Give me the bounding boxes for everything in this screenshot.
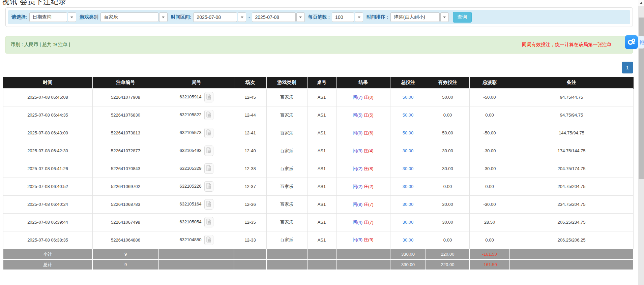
date-to-value[interactable]: 2025-07-08 bbox=[252, 12, 296, 22]
query-type-caret-button[interactable] bbox=[68, 12, 76, 22]
total-bet-cell[interactable]: 50.00 bbox=[390, 106, 426, 124]
total-bet-cell[interactable]: 30.00 bbox=[390, 195, 426, 213]
time-cell: 2025-07-08 06:41:26 bbox=[3, 160, 92, 178]
per-page-caret-button[interactable] bbox=[355, 12, 363, 22]
round-number: 632105822 bbox=[179, 112, 201, 117]
date-from-value[interactable]: 2025-07-08 bbox=[193, 12, 237, 22]
game-type-cell: 百家乐 bbox=[266, 124, 307, 142]
video-replay-button[interactable] bbox=[204, 163, 213, 174]
date-to-select[interactable]: 2025-07-08 bbox=[252, 12, 305, 22]
total-bet-link[interactable]: 30.00 bbox=[403, 238, 414, 243]
video-replay-button[interactable] bbox=[204, 128, 213, 138]
search-button[interactable]: 查询 bbox=[453, 12, 472, 23]
video-replay-button[interactable] bbox=[204, 181, 213, 192]
video-file-icon bbox=[206, 147, 211, 154]
round-number: 632104880 bbox=[179, 237, 201, 242]
banker-result: 庄(2) bbox=[364, 184, 374, 189]
per-page-value[interactable]: 100 bbox=[332, 12, 354, 22]
payout-cell: 0.00 bbox=[469, 106, 510, 124]
total-bet-cell[interactable]: 30.00 bbox=[390, 178, 426, 195]
total-bet-cell[interactable]: 50.00 bbox=[390, 88, 426, 106]
date-from-select[interactable]: 2025-07-08 bbox=[193, 12, 246, 22]
bet-id-cell: 522641073813 bbox=[92, 124, 159, 142]
total-bet-link[interactable]: 30.00 bbox=[403, 166, 414, 171]
total-bet-cell[interactable]: 50.00 bbox=[390, 124, 426, 142]
payout-cell: 0.00 bbox=[469, 178, 510, 195]
session-cell: 12-45 bbox=[234, 88, 266, 106]
round-number: 632105226 bbox=[179, 184, 201, 189]
result-cell: 闲(2) 庄(2) bbox=[336, 178, 390, 195]
banker-result: 庄(6) bbox=[364, 130, 374, 135]
round-cell: 632105329 bbox=[159, 160, 234, 178]
date-to-caret-button[interactable] bbox=[296, 12, 305, 22]
bet-id-cell: 522641067498 bbox=[92, 213, 159, 231]
table-no-cell: AS1 bbox=[307, 88, 336, 106]
total-bet-link[interactable]: 50.00 bbox=[403, 113, 414, 118]
column-header-10: 备注 bbox=[510, 77, 633, 88]
sort-label: 时间排序 : bbox=[367, 14, 388, 20]
game-type-select[interactable]: 百家乐 bbox=[100, 12, 168, 22]
total-bet-cell[interactable]: 30.00 bbox=[390, 231, 426, 249]
column-header-8: 有效投注 bbox=[426, 77, 469, 88]
column-header-3: 场次 bbox=[234, 77, 266, 88]
pagination-page-1-button[interactable]: 1 bbox=[622, 62, 633, 73]
total-row-empty bbox=[510, 259, 633, 270]
total-bet-cell[interactable]: 30.00 bbox=[390, 213, 426, 231]
game-type-cell: 百家乐 bbox=[266, 213, 307, 231]
subtotal-row-label: 小计 bbox=[3, 249, 92, 259]
query-type-value[interactable]: 日期查询 bbox=[29, 12, 67, 22]
session-cell: 12-41 bbox=[234, 124, 266, 142]
player-result: 闲(9) bbox=[353, 237, 362, 242]
video-replay-button[interactable] bbox=[204, 92, 213, 102]
scroll-up-button[interactable] bbox=[638, 0, 644, 6]
table-row: 2025-07-08 06:40:24522641068783632105164… bbox=[3, 195, 633, 213]
round-cell: 632105914 bbox=[159, 88, 234, 106]
sort-value[interactable]: 降冪(由大到小) bbox=[390, 12, 440, 22]
sort-caret-button[interactable] bbox=[440, 12, 449, 22]
total-bet-cell[interactable]: 30.00 bbox=[390, 142, 426, 160]
total-row-valid-bet: 220.00 bbox=[426, 259, 469, 270]
valid-bet-cell: 30.00 bbox=[426, 195, 469, 213]
video-file-icon bbox=[206, 219, 211, 226]
netdisk-icon bbox=[627, 37, 636, 47]
video-replay-button[interactable] bbox=[204, 110, 213, 120]
video-replay-button[interactable] bbox=[204, 199, 213, 210]
column-header-0: 时间 bbox=[3, 77, 92, 88]
total-bet-link[interactable]: 50.00 bbox=[403, 95, 414, 100]
total-bet-link[interactable]: 30.00 bbox=[403, 184, 414, 189]
per-page-select[interactable]: 100 bbox=[332, 12, 363, 22]
column-header-2: 局号 bbox=[159, 77, 234, 88]
table-row: 2025-07-08 06:40:52522641069702632105226… bbox=[3, 178, 633, 195]
date-from-caret-button[interactable] bbox=[238, 12, 246, 22]
subtotal-row: 小计9330.00220.00-161.50 bbox=[3, 249, 633, 259]
bet-id-cell: 522641068783 bbox=[92, 195, 159, 213]
netdisk-floating-button[interactable] bbox=[625, 35, 638, 49]
game-type-label: 游戏类别 bbox=[80, 14, 98, 20]
round-cell: 632105164 bbox=[159, 195, 234, 213]
total-bet-link[interactable]: 30.00 bbox=[403, 202, 414, 207]
remark-cell: 94.75/94.75 bbox=[510, 106, 633, 124]
payout-cell: -30.00 bbox=[469, 195, 510, 213]
time-cell: 2025-07-08 06:44:35 bbox=[3, 106, 92, 124]
player-result: 闲(2) bbox=[353, 184, 362, 189]
total-bet-link[interactable]: 30.00 bbox=[403, 220, 414, 225]
subtotal-row-empty bbox=[307, 249, 336, 259]
game-type-caret-button[interactable] bbox=[159, 12, 168, 22]
total-bet-link[interactable]: 50.00 bbox=[403, 130, 414, 135]
sort-select[interactable]: 降冪(由大到小) bbox=[390, 12, 449, 22]
player-result: 闲(9) bbox=[353, 148, 362, 153]
query-type-select[interactable]: 日期查询 bbox=[29, 12, 76, 22]
video-replay-button[interactable] bbox=[204, 146, 213, 156]
video-replay-button[interactable] bbox=[204, 235, 213, 245]
session-cell: 12-33 bbox=[234, 231, 266, 249]
filter-bar: 请选择: 日期查询 游戏类别 百家乐 时间区间: 2025-07-08 ~ 20… bbox=[8, 10, 630, 24]
total-bet-link[interactable]: 30.00 bbox=[403, 148, 414, 153]
video-file-icon bbox=[206, 201, 211, 208]
total-bet-cell[interactable]: 30.00 bbox=[390, 160, 426, 178]
banker-result: 庄(8) bbox=[364, 166, 374, 171]
video-replay-button[interactable] bbox=[204, 217, 213, 227]
game-type-value[interactable]: 百家乐 bbox=[100, 12, 158, 22]
video-file-icon bbox=[206, 94, 211, 101]
column-header-6: 结果 bbox=[336, 77, 390, 88]
valid-bet-cell: 50.00 bbox=[426, 124, 469, 142]
